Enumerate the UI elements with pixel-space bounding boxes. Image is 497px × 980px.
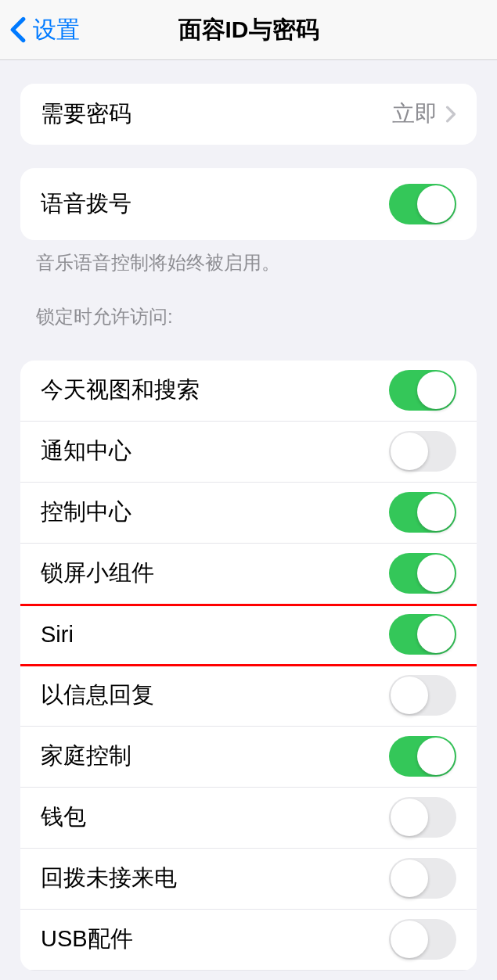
lock-access-label: USB配件 [41,924,133,955]
chevron-left-icon [9,16,27,43]
chevron-right-icon [445,106,456,123]
lock-access-toggle[interactable] [389,553,456,594]
lock-access-group: 今天视图和搜索通知中心控制中心锁屏小组件Siri以信息回复家庭控制钱包回拨未接来… [20,361,477,971]
require-passcode-row[interactable]: 需要密码 立即 [20,84,477,145]
lock-access-label: 锁屏小组件 [41,558,154,589]
toggle-knob [417,372,455,409]
lock-access-footer: iPhone锁定超过一小时后，需先解锁iPhone才能允许USB配件连接。 [0,971,497,980]
lock-access-toggle[interactable] [389,919,456,960]
content: 需要密码 立即 语音拨号 音乐语音控制将始终被启用。 锁定时允许访问: 今天视图… [0,84,497,980]
voice-dial-row: 语音拨号 [20,168,477,240]
back-label: 设置 [33,14,80,46]
toggle-knob [417,616,455,653]
voice-dial-group: 语音拨号 [20,168,477,240]
passcode-group: 需要密码 立即 [20,84,477,145]
lock-access-label: 以信息回复 [41,680,154,711]
toggle-knob [391,433,428,470]
lock-access-toggle[interactable] [389,858,456,899]
toggle-knob [417,555,455,592]
lock-access-row: USB配件 [20,910,477,971]
lock-access-label: 控制中心 [41,497,131,528]
lock-access-toggle[interactable] [389,675,456,716]
lock-access-row: 通知中心 [20,422,477,483]
toggle-knob [391,860,428,897]
toggle-knob [391,799,428,836]
lock-access-toggle[interactable] [389,797,456,838]
lock-access-toggle[interactable] [389,736,456,777]
toggle-knob [417,738,455,775]
lock-access-row: Siri [20,605,477,666]
voice-dial-toggle[interactable] [389,184,456,224]
lock-access-row: 控制中心 [20,483,477,544]
lock-access-row: 今天视图和搜索 [20,361,477,422]
lock-access-toggle[interactable] [389,492,456,533]
lock-access-row: 以信息回复 [20,666,477,727]
lock-access-header: 锁定时允许访问: [0,276,497,337]
lock-access-row: 家庭控制 [20,727,477,788]
toggle-knob [417,185,455,223]
voice-dial-label: 语音拨号 [41,188,131,220]
lock-access-label: 通知中心 [41,436,131,467]
lock-access-label: 回拨未接来电 [41,863,177,894]
row-right: 立即 [392,99,456,130]
navigation-header: 设置 面容ID与密码 [0,0,497,60]
lock-access-toggle[interactable] [389,431,456,472]
toggle-knob [391,921,428,958]
require-passcode-label: 需要密码 [41,99,131,130]
lock-access-toggle[interactable] [389,370,456,411]
voice-dial-footer: 音乐语音控制将始终被启用。 [0,240,497,276]
toggle-knob [391,677,428,714]
lock-access-row: 回拨未接来电 [20,849,477,910]
toggle-knob [417,494,455,531]
lock-access-row: 锁屏小组件 [20,544,477,605]
lock-access-label: 今天视图和搜索 [41,375,200,406]
lock-access-label: Siri [41,622,74,648]
lock-access-row: 钱包 [20,788,477,849]
lock-access-label: 钱包 [41,802,86,833]
require-passcode-value: 立即 [392,99,438,130]
back-button[interactable]: 设置 [0,14,80,46]
lock-access-toggle[interactable] [389,614,456,655]
lock-access-label: 家庭控制 [41,741,131,772]
